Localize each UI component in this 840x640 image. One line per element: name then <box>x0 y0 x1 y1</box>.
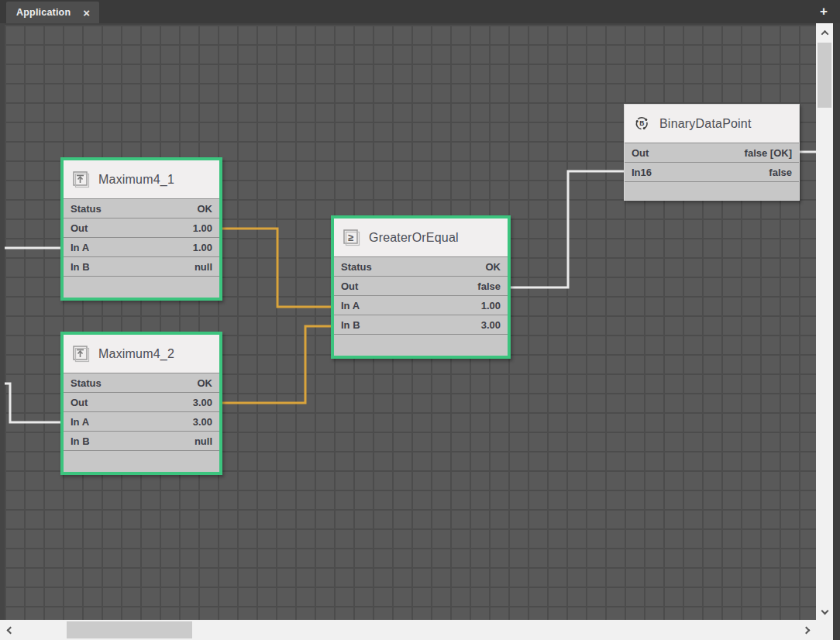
property-value: 1.00 <box>193 222 212 234</box>
node-title: GreaterOrEqual <box>369 231 459 245</box>
node-title: Maximum4_1 <box>98 173 174 187</box>
property-row-in16[interactable]: In16 false <box>625 163 799 182</box>
scroll-left-button[interactable] <box>0 620 20 640</box>
property-label: Status <box>71 203 102 215</box>
node-header[interactable]: Maximum4_2 <box>64 335 219 373</box>
window-right-edge <box>833 23 840 640</box>
scroll-right-button[interactable] <box>796 620 816 640</box>
wiresheet-canvas[interactable]: Maximum4_1 Status OK Out 1.00 In A 1.00 … <box>0 23 816 620</box>
property-value: false <box>769 167 792 178</box>
property-value: 3.00 <box>193 397 212 408</box>
property-value: null <box>195 435 212 447</box>
property-row-inb[interactable]: In B null <box>64 257 219 277</box>
node-footer <box>64 277 219 298</box>
tab-bar: Application × + <box>0 0 840 23</box>
scroll-down-button[interactable] <box>816 601 833 620</box>
property-row-ina[interactable]: In A 3.00 <box>64 412 219 432</box>
chevron-right-icon <box>802 626 810 634</box>
property-label: Out <box>341 280 358 292</box>
node-header[interactable]: Maximum4_1 <box>64 160 219 199</box>
vertical-scrollbar-thumb[interactable] <box>818 43 831 108</box>
node-title: BinaryDataPoint <box>659 117 752 131</box>
greater-or-equal-icon: ≥ <box>343 229 360 246</box>
maximum-icon <box>72 170 90 188</box>
horizontal-scrollbar[interactable] <box>0 620 816 640</box>
property-value: 1.00 <box>481 300 501 311</box>
chevron-down-icon <box>821 607 828 614</box>
node-maximum4-1[interactable]: Maximum4_1 Status OK Out 1.00 In A 1.00 … <box>60 157 222 301</box>
application-window: Application × + <box>0 0 840 640</box>
property-label: Out <box>71 222 88 234</box>
canvas-top-edge <box>0 23 816 25</box>
property-label: In16 <box>632 167 652 178</box>
property-row-ina[interactable]: In A 1.00 <box>334 296 508 315</box>
vertical-scrollbar[interactable] <box>816 23 833 620</box>
property-label: Out <box>632 147 649 159</box>
property-row-out[interactable]: Out 1.00 <box>64 218 219 238</box>
wire-left-to-maximum4-2-ina[interactable] <box>5 384 60 422</box>
chevron-up-icon <box>821 29 828 37</box>
binary-data-point-icon: B <box>633 115 651 132</box>
property-label: In B <box>71 435 90 447</box>
tab-close-icon[interactable]: × <box>83 7 90 19</box>
property-label: In A <box>71 416 89 428</box>
add-tab-button[interactable]: + <box>820 3 828 20</box>
node-binarydatapoint[interactable]: B BinaryDataPoint Out false [OK] In16 fa… <box>624 104 800 201</box>
node-title: Maximum4_2 <box>98 347 174 361</box>
svg-text:B: B <box>639 119 644 127</box>
property-label: In B <box>341 319 360 331</box>
wire-gte-out-to-binarydatapoint-in16[interactable] <box>511 171 624 287</box>
node-footer <box>625 182 799 200</box>
property-row-ina[interactable]: In A 1.00 <box>64 238 219 257</box>
property-label: Status <box>341 261 372 273</box>
property-row-out[interactable]: Out 3.00 <box>64 393 219 412</box>
property-row-status[interactable]: Status OK <box>64 199 219 218</box>
tab-label: Application <box>16 7 71 18</box>
property-label: In A <box>71 242 89 253</box>
property-value: null <box>195 261 212 273</box>
property-value: 1.00 <box>193 242 212 253</box>
property-row-status[interactable]: Status OK <box>334 257 508 277</box>
property-value: OK <box>198 203 213 215</box>
scroll-up-button[interactable] <box>816 23 833 42</box>
scrollbar-corner <box>816 620 833 640</box>
property-row-out[interactable]: Out false <box>334 277 508 296</box>
property-label: In A <box>341 300 360 311</box>
property-value: false <box>477 280 501 292</box>
property-value: OK <box>486 261 501 273</box>
property-value: OK <box>198 377 213 389</box>
node-footer <box>334 335 508 356</box>
maximum-icon <box>72 345 90 363</box>
node-footer <box>64 451 219 472</box>
property-label: Status <box>71 377 102 389</box>
node-header[interactable]: ≥ GreaterOrEqual <box>334 218 508 257</box>
property-value: 3.00 <box>193 416 212 428</box>
node-maximum4-2[interactable]: Maximum4_2 Status OK Out 3.00 In A 3.00 … <box>60 332 222 475</box>
canvas-left-edge <box>0 23 5 620</box>
property-row-inb[interactable]: In B null <box>64 432 219 451</box>
wire-maximum4-1-out-to-gte-ina[interactable] <box>222 229 331 307</box>
svg-text:≥: ≥ <box>348 232 353 243</box>
property-row-inb[interactable]: In B 3.00 <box>334 315 508 335</box>
chevron-left-icon <box>6 626 14 634</box>
horizontal-scrollbar-thumb[interactable] <box>67 621 192 638</box>
property-label: In B <box>71 261 90 273</box>
tab-application[interactable]: Application × <box>6 2 99 23</box>
node-header[interactable]: B BinaryDataPoint <box>625 105 799 143</box>
node-greaterorequal[interactable]: ≥ GreaterOrEqual Status OK Out false In … <box>331 215 511 359</box>
property-label: Out <box>71 397 88 408</box>
wire-maximum4-2-out-to-gte-inb[interactable] <box>222 326 331 403</box>
property-value: false [OK] <box>745 147 792 159</box>
property-row-out[interactable]: Out false [OK] <box>625 143 799 163</box>
property-row-status[interactable]: Status OK <box>64 373 219 393</box>
property-value: 3.00 <box>481 319 501 331</box>
